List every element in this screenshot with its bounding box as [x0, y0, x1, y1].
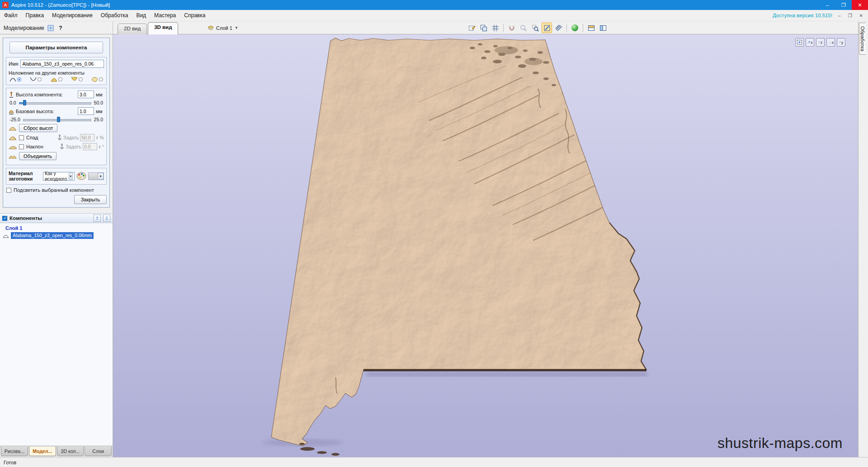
- tab-2d-view-label: 2D вид: [124, 26, 141, 31]
- mdi-minimize-button[interactable]: –: [837, 13, 842, 18]
- snap-icon[interactable]: [506, 23, 517, 33]
- panel-bottom-tabs: Рисова... Модел... 3D кол... Слои: [0, 446, 113, 457]
- iso-view-icon[interactable]: ↗x: [806, 38, 814, 47]
- minimize-button[interactable]: –: [819, 0, 835, 10]
- menu-gadgets[interactable]: Мастера: [150, 10, 180, 21]
- move-down-button[interactable]: ⇩: [103, 214, 110, 222]
- watermark-text: shustrik-maps.com: [717, 435, 843, 452]
- zoom-selected-icon[interactable]: [542, 23, 552, 33]
- iso-axis-label: x: [811, 40, 813, 45]
- tilt-spinner[interactable]: ▲▼: [99, 145, 101, 148]
- component-height-input[interactable]: [78, 91, 94, 98]
- menu-bar: Файл Правка Моделирование Обработка Вид …: [0, 10, 868, 21]
- pin-panel-icon[interactable]: [47, 24, 54, 32]
- zoom-box-icon[interactable]: [530, 23, 540, 33]
- combine-subtract-option[interactable]: [30, 77, 42, 82]
- name-combine-box: Имя Наложение на другие компоненты: [6, 57, 107, 85]
- move-up-button[interactable]: ⇧: [94, 214, 101, 222]
- name-label: Имя: [9, 61, 18, 67]
- components-visibility-checkbox[interactable]: [2, 216, 7, 221]
- mdi-restore-button[interactable]: ❐: [847, 13, 854, 18]
- maximize-button[interactable]: ❐: [835, 0, 852, 10]
- zoom-icon[interactable]: [518, 23, 528, 33]
- view-tabs: 2D вид 3D вид: [118, 22, 179, 34]
- combine-subtract-radio[interactable]: [38, 77, 42, 81]
- components-section: Компоненты ⇧ ⇩ Слой 1 Alabama_150_z3_ope…: [0, 213, 113, 457]
- menu-file[interactable]: Файл: [0, 10, 22, 21]
- base-height-slider[interactable]: [23, 117, 91, 122]
- combine-multiply-radio[interactable]: [99, 77, 103, 81]
- height-min-label: 0.0: [9, 100, 16, 105]
- tab-modeling[interactable]: Модел...: [29, 447, 56, 456]
- anchor-icon: [60, 143, 64, 150]
- menu-edit[interactable]: Правка: [22, 10, 48, 21]
- fade-checkbox[interactable]: [19, 135, 24, 140]
- reset-heights-button[interactable]: Сброс высот: [19, 124, 57, 132]
- tilt-checkbox[interactable]: [19, 144, 24, 149]
- grid-icon[interactable]: [490, 23, 500, 33]
- highlight-component-checkbox[interactable]: [6, 188, 11, 193]
- material-sphere-icon[interactable]: [570, 23, 580, 33]
- side-view-icon[interactable]: →x: [826, 38, 835, 47]
- dome-add-icon: [9, 77, 16, 82]
- tab-toolpaths-vertical[interactable]: Обработка: [859, 23, 866, 55]
- combine-add-option[interactable]: [9, 77, 21, 82]
- toolbar-separator: [566, 24, 567, 32]
- component-dome-icon: [3, 234, 9, 238]
- fit-view-icon[interactable]: [795, 38, 804, 47]
- update-version-link[interactable]: Доступна версия 10.515!: [773, 13, 832, 18]
- combine-add-radio[interactable]: [17, 77, 21, 81]
- vector-boundary-icon[interactable]: [467, 23, 477, 33]
- copy-rectangle-icon[interactable]: [478, 23, 489, 33]
- layer-selector-dropdown[interactable]: Слой 1 ▼: [204, 23, 241, 33]
- menu-help[interactable]: Справка: [180, 10, 209, 21]
- tab-clipart[interactable]: 3D кол...: [57, 447, 84, 456]
- hatch-shading-icon[interactable]: [553, 23, 564, 33]
- tree-item-selected[interactable]: Alabama_150_z3_open_res_0.06mm: [1, 232, 112, 239]
- base-height-input[interactable]: [78, 107, 94, 115]
- front-view-icon[interactable]: ↑z: [816, 38, 825, 47]
- help-icon[interactable]: ?: [57, 24, 64, 32]
- tab-layers[interactable]: Слои: [85, 447, 112, 456]
- tree-layer-node[interactable]: Слой 1: [1, 225, 112, 232]
- components-tree: Слой 1 Alabama_150_z3_open_res_0.06mm: [0, 223, 113, 446]
- toolbar-separator: [503, 24, 504, 32]
- height-max-label: 50.0: [94, 100, 103, 105]
- toolbar-separator: [583, 24, 583, 32]
- app-logo-icon: A: [2, 2, 9, 8]
- bake-button[interactable]: Объединить: [19, 152, 57, 160]
- combine-merge-high-radio[interactable]: [58, 77, 62, 81]
- material-select[interactable]: Как у исходного ▼: [43, 172, 75, 181]
- close-panel-button[interactable]: Закрыть: [74, 195, 107, 204]
- components-title: Компоненты: [9, 215, 91, 221]
- component-height-group: Высота компонента: мм 0.0 50.0: [9, 91, 104, 105]
- component-name-input[interactable]: [20, 60, 104, 68]
- menu-toolpaths[interactable]: Обработка: [97, 10, 132, 21]
- 3d-viewport[interactable]: ↗x ↑z →x ↑y shustrik-maps.com: [113, 34, 858, 457]
- fade-value-input[interactable]: [80, 134, 94, 141]
- combine-merge-low-option[interactable]: [71, 77, 83, 82]
- component-color-dropdown[interactable]: ▼: [88, 172, 104, 180]
- mdi-close-button[interactable]: ✕: [858, 13, 864, 18]
- component-height-slider[interactable]: [19, 100, 91, 105]
- tab-drawing[interactable]: Рисова...: [1, 447, 28, 456]
- height-slider-thumb[interactable]: [23, 100, 26, 105]
- combine-multiply-option[interactable]: [91, 77, 103, 82]
- split-vertical-icon[interactable]: [598, 23, 608, 33]
- close-button[interactable]: ✕: [852, 0, 868, 10]
- split-horizontal-icon[interactable]: [586, 23, 596, 33]
- combine-merge-low-radio[interactable]: [79, 77, 83, 81]
- modeling-side-panel: Параметры компонента Имя Наложение на др…: [0, 34, 113, 457]
- top-view-icon[interactable]: ↑y: [837, 38, 845, 47]
- menu-modeling[interactable]: Моделирование: [48, 10, 97, 21]
- layers-icon: [208, 25, 214, 31]
- chevron-down-icon: ▼: [235, 26, 238, 30]
- combine-merge-high-option[interactable]: [51, 77, 62, 82]
- fade-spinner[interactable]: ▲▼: [96, 136, 98, 139]
- tab-2d-view[interactable]: 2D вид: [118, 24, 147, 34]
- base-slider-thumb[interactable]: [57, 117, 60, 122]
- menu-view[interactable]: Вид: [132, 10, 150, 21]
- tilt-value-input[interactable]: [83, 143, 97, 150]
- shape-controls-box: Высота компонента: мм 0.0 50.0 Базовая: [6, 88, 107, 165]
- tab-3d-view[interactable]: 3D вид: [148, 22, 178, 34]
